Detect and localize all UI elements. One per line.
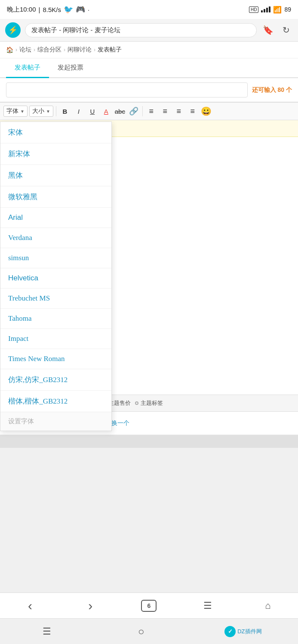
dot: · [88, 6, 89, 13]
toolbar-separator-2 [142, 106, 143, 116]
menu-button[interactable]: ☰ [198, 596, 217, 615]
status-bar: 晚上10:00 | 8.5K/s 🐦 🎮 · HD 📶 89 [0, 0, 298, 19]
dot-icon-4 [135, 401, 138, 405]
breadcrumb-sep-3: › [64, 47, 65, 53]
chevron-down-icon-2: ▼ [46, 109, 50, 114]
align-right-button[interactable]: ≡ [173, 105, 185, 117]
back-button[interactable]: ‹ [21, 596, 40, 615]
home-nav-button[interactable]: ⌂ [258, 596, 277, 615]
nav-bar: ‹ › 6 ☰ ⌂ [0, 592, 298, 618]
align-left-button[interactable]: ≡ [145, 105, 157, 117]
toolbar-separator-1 [56, 106, 56, 116]
breadcrumb-category[interactable]: 综合分区 [37, 46, 61, 54]
refresh-icon[interactable]: ↻ [279, 23, 293, 37]
address-bar[interactable]: 发表帖子 - 闲聊讨论 - 麦子论坛 [25, 23, 257, 37]
browser-icon[interactable]: ⚡ [5, 22, 21, 38]
tabs-button[interactable]: 6 [141, 600, 157, 612]
status-left: 晚上10:00 | 8.5K/s 🐦 🎮 · [7, 5, 89, 14]
dz-logo: ✓ DZ插件网 [224, 626, 261, 637]
breadcrumb-current: 发表帖子 [98, 46, 122, 54]
breadcrumb-sep-2: › [34, 47, 35, 53]
lightning-icon: ⚡ [8, 25, 18, 35]
size-dropdown[interactable]: 大小 ▼ [29, 106, 53, 117]
font-item-8[interactable]: Trebuchet MS [0, 289, 111, 309]
status-right: HD 📶 89 [249, 6, 291, 14]
sys-circle-button[interactable]: ○ [130, 623, 152, 640]
wifi-icon: 📶 [273, 6, 282, 14]
system-bar: ☰ ○ ✓ DZ插件网 [0, 618, 298, 644]
tab-post[interactable]: 发表帖子 [6, 58, 49, 78]
breadcrumb-forum[interactable]: 论坛 [19, 46, 31, 54]
tab-bar: 发表帖子 发起投票 [0, 58, 298, 78]
bookmark-icon[interactable]: 🔖 [261, 23, 275, 37]
font-color-button[interactable]: A [100, 105, 112, 117]
font-item-2[interactable]: 黑体 [0, 165, 111, 186]
title-input[interactable] [6, 82, 248, 97]
battery-text: 89 [284, 6, 291, 13]
font-item-13[interactable]: 楷体,楷体_GB2312 [0, 391, 111, 412]
breadcrumb-section[interactable]: 闲聊讨论 [68, 46, 92, 54]
sys-menu-button[interactable]: ☰ [36, 623, 58, 640]
font-item-9[interactable]: Tahoma [0, 309, 111, 329]
home-icon[interactable]: 🏠 [6, 46, 13, 53]
submit-area [0, 435, 298, 448]
browser-actions: 🔖 ↻ [261, 23, 293, 37]
font-item-11[interactable]: Times New Roman [0, 349, 111, 369]
font-list: 宋体 新宋体 黑体 微软雅黑 Arial Verdana simsun Helv… [0, 122, 111, 412]
captcha-refresh[interactable]: 换一个 [111, 419, 129, 427]
font-item-12[interactable]: 仿宋,仿宋_GB2312 [0, 369, 111, 391]
align-justify-button[interactable]: ≡ [187, 105, 199, 117]
speed: | [39, 6, 40, 13]
strikethrough-button[interactable]: abc [114, 105, 126, 117]
underline-button[interactable]: U [86, 105, 98, 117]
font-item-0[interactable]: 宋体 [0, 122, 111, 143]
font-dropdown-footer: 设置字体 [0, 412, 111, 431]
font-item-5[interactable]: Verdana [0, 228, 111, 248]
breadcrumb-sep: › [15, 47, 17, 53]
tab-vote[interactable]: 发起投票 [49, 58, 92, 78]
chevron-down-icon: ▼ [20, 109, 25, 114]
align-center-button[interactable]: ≡ [159, 105, 171, 117]
network-speed: 8.5K/s [43, 6, 61, 13]
font-dropdown-overlay: 宋体 新宋体 黑体 微软雅黑 Arial Verdana simsun Helv… [0, 122, 112, 431]
dz-circle-icon: ✓ [224, 626, 236, 637]
font-item-3[interactable]: 微软雅黑 [0, 186, 111, 208]
breadcrumb: 🏠 › 论坛 › 综合分区 › 闲聊讨论 › 发表帖子 [0, 42, 298, 58]
editor-area: 字体 ▼ 大小 ▼ B I U A abc � [0, 102, 298, 395]
time: 晚上10:00 [7, 6, 36, 14]
browser-bar: ⚡ 发表帖子 - 闲聊讨论 - 麦子论坛 🔖 ↻ [0, 19, 298, 42]
forward-button[interactable]: › [81, 596, 100, 615]
font-item-7[interactable]: Helvetica [0, 268, 111, 289]
breadcrumb-sep-4: › [94, 47, 95, 53]
extra-icon: 🎮 [76, 5, 85, 14]
char-count-number: 80 [278, 86, 286, 93]
option-tag[interactable]: 主题标签 [135, 399, 163, 407]
font-item-1[interactable]: 新宋体 [0, 143, 111, 165]
title-input-area: 还可输入 80 个 [0, 78, 298, 102]
italic-button[interactable]: I [73, 105, 85, 117]
insert-button[interactable]: 🔗 [128, 105, 140, 117]
editor-toolbar: 字体 ▼ 大小 ▼ B I U A abc � [0, 103, 298, 120]
emoji-button[interactable]: 😀 [200, 105, 212, 117]
game-icon: 🐦 [64, 5, 73, 14]
font-item-4[interactable]: Arial [0, 208, 111, 228]
font-dropdown[interactable]: 字体 ▼ [3, 106, 28, 117]
signal-icon [261, 6, 270, 12]
hd-badge: HD [249, 6, 258, 13]
font-item-6[interactable]: simsun [0, 248, 111, 268]
bold-button[interactable]: B [59, 105, 71, 117]
char-count: 还可输入 80 个 [252, 86, 292, 94]
font-item-10[interactable]: Impact [0, 329, 111, 349]
